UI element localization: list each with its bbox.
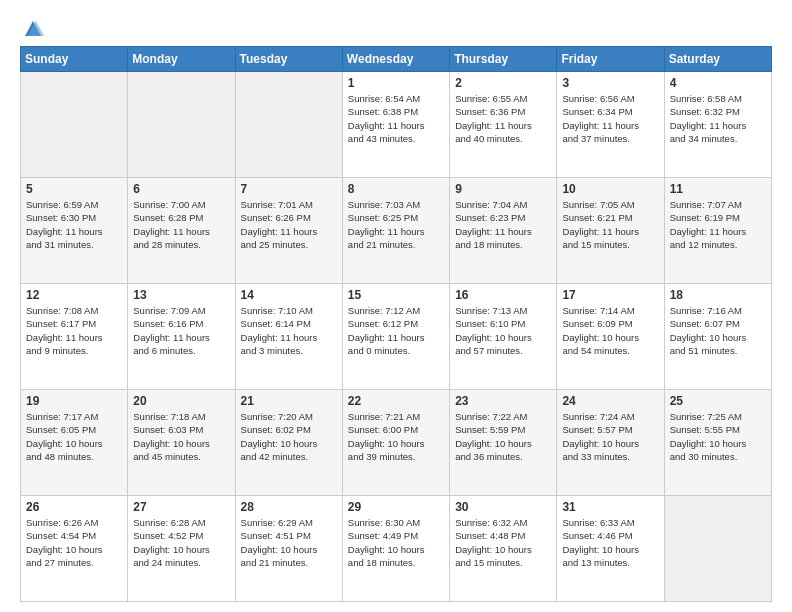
day-info: Sunrise: 7:24 AM Sunset: 5:57 PM Dayligh…: [562, 410, 658, 463]
calendar-cell: 18Sunrise: 7:16 AM Sunset: 6:07 PM Dayli…: [664, 284, 771, 390]
day-info: Sunrise: 7:13 AM Sunset: 6:10 PM Dayligh…: [455, 304, 551, 357]
day-number: 11: [670, 182, 766, 196]
day-info: Sunrise: 7:20 AM Sunset: 6:02 PM Dayligh…: [241, 410, 337, 463]
calendar-week-row: 19Sunrise: 7:17 AM Sunset: 6:05 PM Dayli…: [21, 390, 772, 496]
day-number: 4: [670, 76, 766, 90]
calendar-cell: 10Sunrise: 7:05 AM Sunset: 6:21 PM Dayli…: [557, 178, 664, 284]
calendar-header-wednesday: Wednesday: [342, 47, 449, 72]
calendar-cell: 27Sunrise: 6:28 AM Sunset: 4:52 PM Dayli…: [128, 496, 235, 602]
calendar-week-row: 5Sunrise: 6:59 AM Sunset: 6:30 PM Daylig…: [21, 178, 772, 284]
calendar-cell: 11Sunrise: 7:07 AM Sunset: 6:19 PM Dayli…: [664, 178, 771, 284]
calendar-cell: 30Sunrise: 6:32 AM Sunset: 4:48 PM Dayli…: [450, 496, 557, 602]
logo-icon: [22, 18, 44, 40]
calendar-cell: 8Sunrise: 7:03 AM Sunset: 6:25 PM Daylig…: [342, 178, 449, 284]
day-info: Sunrise: 7:14 AM Sunset: 6:09 PM Dayligh…: [562, 304, 658, 357]
day-info: Sunrise: 6:54 AM Sunset: 6:38 PM Dayligh…: [348, 92, 444, 145]
day-number: 30: [455, 500, 551, 514]
calendar-cell: [128, 72, 235, 178]
day-number: 3: [562, 76, 658, 90]
calendar-cell: 25Sunrise: 7:25 AM Sunset: 5:55 PM Dayli…: [664, 390, 771, 496]
day-number: 1: [348, 76, 444, 90]
day-info: Sunrise: 6:32 AM Sunset: 4:48 PM Dayligh…: [455, 516, 551, 569]
calendar-week-row: 26Sunrise: 6:26 AM Sunset: 4:54 PM Dayli…: [21, 496, 772, 602]
day-number: 14: [241, 288, 337, 302]
day-number: 21: [241, 394, 337, 408]
calendar-cell: 3Sunrise: 6:56 AM Sunset: 6:34 PM Daylig…: [557, 72, 664, 178]
day-info: Sunrise: 7:22 AM Sunset: 5:59 PM Dayligh…: [455, 410, 551, 463]
day-number: 20: [133, 394, 229, 408]
calendar-cell: 7Sunrise: 7:01 AM Sunset: 6:26 PM Daylig…: [235, 178, 342, 284]
calendar-cell: 12Sunrise: 7:08 AM Sunset: 6:17 PM Dayli…: [21, 284, 128, 390]
day-info: Sunrise: 7:10 AM Sunset: 6:14 PM Dayligh…: [241, 304, 337, 357]
day-number: 31: [562, 500, 658, 514]
calendar-cell: 9Sunrise: 7:04 AM Sunset: 6:23 PM Daylig…: [450, 178, 557, 284]
calendar-cell: 29Sunrise: 6:30 AM Sunset: 4:49 PM Dayli…: [342, 496, 449, 602]
day-info: Sunrise: 7:03 AM Sunset: 6:25 PM Dayligh…: [348, 198, 444, 251]
day-number: 19: [26, 394, 122, 408]
day-info: Sunrise: 7:25 AM Sunset: 5:55 PM Dayligh…: [670, 410, 766, 463]
day-info: Sunrise: 6:26 AM Sunset: 4:54 PM Dayligh…: [26, 516, 122, 569]
day-number: 8: [348, 182, 444, 196]
day-number: 18: [670, 288, 766, 302]
calendar-cell: 17Sunrise: 7:14 AM Sunset: 6:09 PM Dayli…: [557, 284, 664, 390]
calendar-cell: 26Sunrise: 6:26 AM Sunset: 4:54 PM Dayli…: [21, 496, 128, 602]
day-number: 9: [455, 182, 551, 196]
day-info: Sunrise: 7:01 AM Sunset: 6:26 PM Dayligh…: [241, 198, 337, 251]
day-number: 28: [241, 500, 337, 514]
calendar-header-tuesday: Tuesday: [235, 47, 342, 72]
page: SundayMondayTuesdayWednesdayThursdayFrid…: [0, 0, 792, 612]
day-number: 24: [562, 394, 658, 408]
day-number: 5: [26, 182, 122, 196]
day-number: 17: [562, 288, 658, 302]
day-number: 29: [348, 500, 444, 514]
day-info: Sunrise: 6:58 AM Sunset: 6:32 PM Dayligh…: [670, 92, 766, 145]
day-info: Sunrise: 7:17 AM Sunset: 6:05 PM Dayligh…: [26, 410, 122, 463]
day-number: 22: [348, 394, 444, 408]
calendar-table: SundayMondayTuesdayWednesdayThursdayFrid…: [20, 46, 772, 602]
calendar-cell: 4Sunrise: 6:58 AM Sunset: 6:32 PM Daylig…: [664, 72, 771, 178]
day-info: Sunrise: 7:16 AM Sunset: 6:07 PM Dayligh…: [670, 304, 766, 357]
day-number: 6: [133, 182, 229, 196]
day-number: 23: [455, 394, 551, 408]
day-number: 13: [133, 288, 229, 302]
calendar-cell: 13Sunrise: 7:09 AM Sunset: 6:16 PM Dayli…: [128, 284, 235, 390]
day-number: 15: [348, 288, 444, 302]
calendar-cell: 14Sunrise: 7:10 AM Sunset: 6:14 PM Dayli…: [235, 284, 342, 390]
day-info: Sunrise: 7:07 AM Sunset: 6:19 PM Dayligh…: [670, 198, 766, 251]
calendar-cell: 19Sunrise: 7:17 AM Sunset: 6:05 PM Dayli…: [21, 390, 128, 496]
calendar-header-row: SundayMondayTuesdayWednesdayThursdayFrid…: [21, 47, 772, 72]
calendar-cell: [235, 72, 342, 178]
calendar-cell: 28Sunrise: 6:29 AM Sunset: 4:51 PM Dayli…: [235, 496, 342, 602]
calendar-header-sunday: Sunday: [21, 47, 128, 72]
day-number: 7: [241, 182, 337, 196]
calendar-cell: 1Sunrise: 6:54 AM Sunset: 6:38 PM Daylig…: [342, 72, 449, 178]
calendar-cell: 22Sunrise: 7:21 AM Sunset: 6:00 PM Dayli…: [342, 390, 449, 496]
day-info: Sunrise: 7:21 AM Sunset: 6:00 PM Dayligh…: [348, 410, 444, 463]
calendar-header-friday: Friday: [557, 47, 664, 72]
calendar-cell: 21Sunrise: 7:20 AM Sunset: 6:02 PM Dayli…: [235, 390, 342, 496]
day-number: 2: [455, 76, 551, 90]
calendar-cell: 16Sunrise: 7:13 AM Sunset: 6:10 PM Dayli…: [450, 284, 557, 390]
day-number: 25: [670, 394, 766, 408]
day-info: Sunrise: 7:09 AM Sunset: 6:16 PM Dayligh…: [133, 304, 229, 357]
day-info: Sunrise: 7:08 AM Sunset: 6:17 PM Dayligh…: [26, 304, 122, 357]
day-number: 26: [26, 500, 122, 514]
calendar-cell: [664, 496, 771, 602]
calendar-header-saturday: Saturday: [664, 47, 771, 72]
calendar-header-thursday: Thursday: [450, 47, 557, 72]
calendar-cell: 2Sunrise: 6:55 AM Sunset: 6:36 PM Daylig…: [450, 72, 557, 178]
day-info: Sunrise: 6:28 AM Sunset: 4:52 PM Dayligh…: [133, 516, 229, 569]
calendar-header-monday: Monday: [128, 47, 235, 72]
calendar-cell: 15Sunrise: 7:12 AM Sunset: 6:12 PM Dayli…: [342, 284, 449, 390]
day-info: Sunrise: 7:00 AM Sunset: 6:28 PM Dayligh…: [133, 198, 229, 251]
calendar-cell: 20Sunrise: 7:18 AM Sunset: 6:03 PM Dayli…: [128, 390, 235, 496]
day-info: Sunrise: 7:12 AM Sunset: 6:12 PM Dayligh…: [348, 304, 444, 357]
day-info: Sunrise: 6:56 AM Sunset: 6:34 PM Dayligh…: [562, 92, 658, 145]
day-info: Sunrise: 6:30 AM Sunset: 4:49 PM Dayligh…: [348, 516, 444, 569]
calendar-cell: 23Sunrise: 7:22 AM Sunset: 5:59 PM Dayli…: [450, 390, 557, 496]
day-info: Sunrise: 7:05 AM Sunset: 6:21 PM Dayligh…: [562, 198, 658, 251]
day-number: 12: [26, 288, 122, 302]
logo: [20, 18, 44, 36]
calendar-week-row: 12Sunrise: 7:08 AM Sunset: 6:17 PM Dayli…: [21, 284, 772, 390]
day-info: Sunrise: 6:29 AM Sunset: 4:51 PM Dayligh…: [241, 516, 337, 569]
